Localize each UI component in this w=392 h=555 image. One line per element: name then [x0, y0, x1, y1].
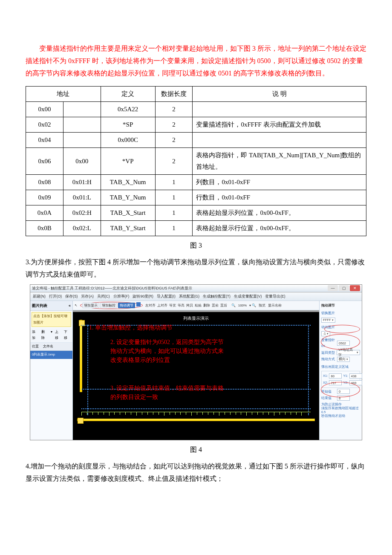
table-cell: [63, 117, 101, 133]
toolbar-button[interactable]: 置后: [220, 304, 227, 307]
table-row: 0x02*SP2变量描述指针，0xFFFF 表示由配置文件加载: [26, 117, 366, 133]
table-cell: [63, 133, 101, 148]
table-cell: 1: [155, 205, 193, 221]
table-cell: TAB_X_Start: [101, 205, 155, 221]
menu-item[interactable]: 新建(N): [33, 293, 46, 300]
image-list-action[interactable]: 添加: [32, 329, 39, 341]
toolbar-button[interactable]: 左对齐: [145, 304, 156, 307]
zoom-value[interactable]: 100%: [238, 303, 247, 309]
menu-item[interactable]: 关闭(C): [97, 293, 110, 300]
toolbar-button[interactable]: 删除: [203, 304, 210, 307]
mode-select[interactable]: 横向: [337, 357, 350, 362]
vp-input[interactable]: 0502: [337, 341, 350, 346]
table-cell: 1: [155, 175, 193, 190]
table-cell: [193, 133, 366, 148]
horizontal-slider[interactable]: [77, 419, 315, 421]
menu-item[interactable]: 保存(S): [65, 293, 78, 300]
table-cell: 2: [155, 117, 193, 133]
preview-button[interactable]: 预览: [259, 303, 265, 309]
switch-val[interactable]: FFFF: [321, 318, 335, 323]
table-cell: 表格起始显示列位置，0x00-0xFF。: [193, 205, 366, 221]
y1-label: Y1:: [343, 373, 348, 379]
image-list-action[interactable]: ▾: [51, 329, 52, 341]
th-desc: 说 明: [193, 87, 366, 102]
table-cell: 2: [155, 148, 193, 175]
y2-input[interactable]: 469: [349, 380, 362, 385]
app-window: 迪文终端 - 触控配置工具 工程路径:D:\2012——北京迪文科技\DGUS资…: [30, 284, 362, 441]
show-name-button[interactable]: 显示名称: [268, 303, 282, 309]
col-pos: 位置: [32, 344, 39, 350]
table-row: 0x060x00*VP2表格内容指针，即 TAB[TAB_X_Num][TAB_…: [26, 148, 366, 175]
table-cell: 列数目，0x01-0xFF: [193, 175, 366, 190]
table-cell: 0x09: [26, 190, 63, 205]
y2-label: Y2:: [343, 380, 348, 386]
table-cell: 0x02:H: [63, 205, 101, 221]
annotation-2: 2. 设定变量指针为0502，返回类型为高字节 拖动方式为横向，如此可以通过拖动…: [110, 338, 224, 364]
end-label: 结束值: [321, 395, 336, 401]
menu-item[interactable]: 变量导出(E): [265, 293, 285, 300]
menu-item[interactable]: 系统配置(G): [179, 293, 199, 300]
anim-val[interactable]: -1: [321, 331, 330, 336]
image-list-action[interactable]: 下移: [64, 329, 71, 341]
table-cell: 表格起始显示行位置，0x00-0xFF。: [193, 221, 366, 236]
x2-input[interactable]: 717: [329, 380, 342, 385]
close-icon[interactable]: ✕: [350, 285, 360, 291]
menu-item[interactable]: 旋转90度(R): [133, 293, 153, 300]
prop-title: 拖动调节: [321, 303, 360, 309]
start-input[interactable]: 0: [337, 389, 350, 394]
table-cell: 表格内容指针，即 TAB[TAB_X_Num][TAB_Y_Num]数组的首地址…: [193, 148, 366, 175]
editor-canvas[interactable]: 列表显示演示 1. 单击增加触控，选择拖动调节 2. 设定变量指针为0502，返…: [73, 312, 319, 440]
table-header-row: 地址 定义 数据长度 说 明: [26, 87, 366, 102]
table-cell: 1: [155, 221, 193, 236]
minimize-icon[interactable]: —: [328, 285, 338, 291]
image-list-item[interactable]: 0列表显示.bmp: [30, 351, 72, 358]
table-cell: 0x02:L: [63, 221, 101, 236]
table-cell: TAB_Y_Num: [101, 190, 155, 205]
y1-input[interactable]: 438: [349, 373, 362, 379]
th-address: 地址: [26, 87, 101, 102]
menu-item[interactable]: 生成触控配置(T): [203, 293, 231, 300]
table-cell: 0x06: [26, 148, 63, 175]
editor-toolbar: ↖ 增加显示 增加触控 拖动调节 左对齐上对齐等宽等高拷贝粘贴删除置前置后 🔍 …: [73, 301, 319, 310]
image-list-action[interactable]: 上移: [55, 329, 62, 341]
table-cell: [193, 102, 366, 117]
annotation-1: 1. 单击增加触控，选择拖动调节: [89, 323, 173, 332]
add-touch-button[interactable]: 增加触控: [100, 303, 117, 308]
image-list-title: 图片列表: [32, 302, 47, 309]
maximize-icon[interactable]: ▢: [339, 285, 349, 291]
add-display-button[interactable]: 增加显示: [82, 303, 99, 308]
dropdown-icon[interactable]: [136, 302, 141, 306]
property-panel: 拖动调节 切换图片 FFFF 动画图片 -1 变量指针0X 0502 返回类型 …: [319, 301, 362, 440]
table-cell: 0x04: [26, 133, 63, 148]
toolbar-button[interactable]: 等高: [178, 304, 184, 307]
toolbar-button[interactable]: 置前: [212, 304, 219, 307]
table-cell: 0x000C: [101, 133, 155, 148]
table-row: 0x090x01:LTAB_Y_Num1行数目，0x01-0xFF: [26, 190, 366, 205]
table-row: 0x0A0x02:HTAB_X_Start1表格起始显示列位置，0x00-0xF…: [26, 205, 366, 221]
menu-item[interactable]: 打开(O): [49, 293, 62, 300]
menu-item[interactable]: 分辨率(F): [113, 293, 130, 300]
menu-item[interactable]: 导入配置(I): [157, 293, 176, 300]
table-cell: TAB_Y_Start: [101, 221, 155, 236]
table-cell: 2: [155, 133, 193, 148]
spec-table: 地址 定义 数据长度 说 明 0x000x5A2220x02*SP2变量描述指针…: [26, 86, 366, 236]
table-cell: 0x0A: [26, 205, 63, 221]
toolbar-button[interactable]: 粘贴: [195, 304, 202, 307]
toolbar-button[interactable]: 上对齐: [157, 304, 167, 307]
vertical-slider[interactable]: [80, 320, 82, 392]
table-cell: 0x00: [63, 148, 101, 175]
table-cell: 0x0B: [26, 221, 63, 236]
ret-select[interactable]: VP地址高字: [337, 350, 360, 355]
menu-item[interactable]: 另存(A): [81, 293, 93, 300]
image-list-action[interactable]: 删除: [41, 329, 48, 341]
drag-adjust-button[interactable]: 拖动调节: [118, 303, 135, 308]
end-input[interactable]: 8: [337, 396, 350, 401]
collapse-icon[interactable]: «: [69, 302, 71, 309]
cursor-icon[interactable]: ↖: [75, 303, 78, 309]
toolbar-button[interactable]: 等宽: [169, 304, 176, 307]
x1-input[interactable]: 80: [329, 373, 342, 379]
menu-item[interactable]: 生成变量配置(V): [234, 293, 262, 300]
toolbar-button[interactable]: 拷贝: [186, 304, 193, 307]
th-def: 定义: [101, 87, 155, 102]
x1-label: X1:: [323, 373, 328, 379]
